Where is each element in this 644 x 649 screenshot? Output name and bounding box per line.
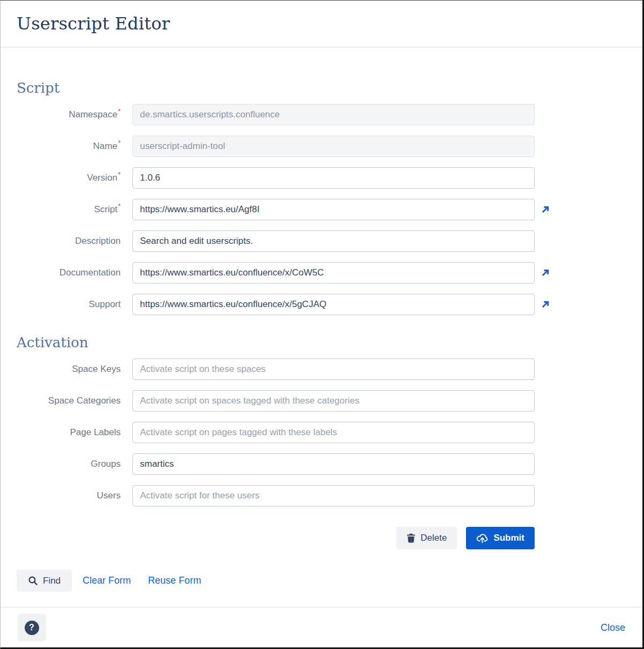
- name-label: Name*: [17, 141, 132, 152]
- activation-section-heading: Activation: [17, 333, 626, 352]
- page-labels-label: Page Labels: [17, 427, 132, 438]
- external-link-icon[interactable]: [539, 299, 551, 310]
- groups-input[interactable]: [132, 453, 535, 475]
- required-asterisk: *: [118, 202, 121, 210]
- form-row: Version*: [17, 167, 626, 189]
- support-url-input[interactable]: [132, 294, 535, 315]
- users-label: Users: [17, 490, 132, 501]
- required-asterisk: *: [118, 107, 121, 115]
- version-label: Version*: [17, 173, 132, 183]
- documentation-label: Documentation: [17, 267, 132, 278]
- script-section-heading: Script: [17, 79, 626, 97]
- page-labels-input[interactable]: [132, 422, 535, 443]
- space-keys-input[interactable]: [132, 359, 535, 380]
- submit-button[interactable]: Submit: [466, 527, 535, 549]
- users-input[interactable]: [132, 485, 535, 506]
- find-button-label: Find: [43, 576, 61, 586]
- dialog-footer: ? Close: [1, 607, 642, 647]
- reuse-form-link[interactable]: Reuse Form: [148, 575, 201, 586]
- form-row: Namespace*: [17, 104, 626, 125]
- required-asterisk: *: [118, 170, 121, 178]
- form-row: Script*: [17, 199, 626, 220]
- clear-form-link[interactable]: Clear Form: [83, 575, 131, 586]
- form-row: Space Keys: [17, 359, 626, 380]
- documentation-url-input[interactable]: [132, 262, 535, 284]
- dialog-content: Script Namespace* Name* Version* Script*: [1, 48, 642, 607]
- page-title: Userscript Editor: [17, 13, 170, 34]
- submit-button-label: Submit: [493, 533, 524, 543]
- required-asterisk: *: [118, 139, 121, 147]
- action-buttons: Delete Submit: [17, 527, 535, 549]
- form-row: Name*: [17, 136, 626, 157]
- groups-label: Groups: [17, 459, 132, 469]
- question-mark-icon: ?: [25, 621, 39, 635]
- name-input: [132, 136, 535, 157]
- form-row: Users: [17, 485, 626, 506]
- trash-icon: [406, 533, 416, 543]
- form-row: Page Labels: [17, 422, 626, 443]
- namespace-label: Namespace*: [17, 109, 132, 120]
- find-button[interactable]: Find: [17, 570, 72, 592]
- form-row: Support: [17, 294, 626, 315]
- space-categories-input[interactable]: [132, 390, 535, 412]
- script-url-input[interactable]: [132, 199, 535, 220]
- space-categories-label: Space Categories: [17, 396, 132, 406]
- version-input[interactable]: [132, 167, 535, 189]
- form-row: Space Categories: [17, 390, 626, 412]
- external-link-icon[interactable]: [539, 204, 551, 215]
- dialog-header: Userscript Editor: [1, 1, 642, 48]
- delete-button[interactable]: Delete: [396, 527, 457, 549]
- space-keys-label: Space Keys: [17, 364, 132, 375]
- namespace-input: [132, 104, 535, 125]
- magnifier-icon: [28, 576, 38, 586]
- form-row: Documentation: [17, 262, 626, 284]
- close-link[interactable]: Close: [601, 622, 625, 633]
- help-button[interactable]: ?: [18, 614, 46, 641]
- form-row: Groups: [17, 453, 626, 475]
- description-input[interactable]: [132, 230, 535, 252]
- form-row: Description: [17, 230, 626, 252]
- delete-button-label: Delete: [420, 533, 447, 543]
- script-label: Script*: [17, 204, 132, 215]
- description-label: Description: [17, 236, 132, 247]
- userscript-editor-dialog: Userscript Editor Script Namespace* Name…: [0, 0, 644, 649]
- external-link-icon[interactable]: [539, 267, 551, 279]
- support-label: Support: [17, 299, 132, 310]
- cloud-upload-icon: [476, 533, 488, 543]
- secondary-actions: Find Clear Form Reuse Form: [17, 570, 626, 592]
